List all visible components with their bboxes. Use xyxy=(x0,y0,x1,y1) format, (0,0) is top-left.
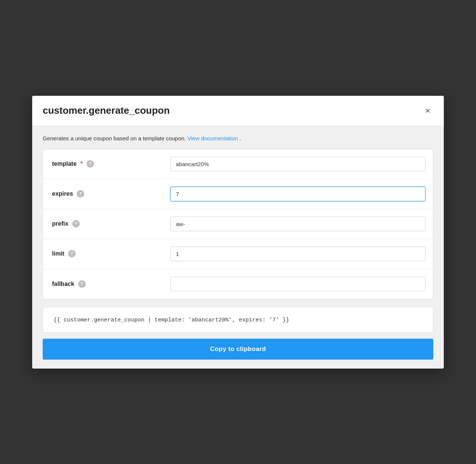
input-cell-template xyxy=(163,151,433,177)
label-fallback: fallback xyxy=(52,281,74,287)
label-template: template xyxy=(52,161,77,167)
input-cell-limit xyxy=(163,241,433,267)
input-cell-fallback xyxy=(163,271,433,297)
help-icon-template[interactable]: ? xyxy=(86,160,94,168)
modal-body: Generates a unique coupon based on a tem… xyxy=(32,126,444,369)
label-cell-limit: limit ? xyxy=(43,244,163,263)
label-prefix: prefix xyxy=(52,220,68,227)
description-text: Generates a unique coupon based on a tem… xyxy=(43,135,433,141)
form-row-fallback: fallback ? xyxy=(43,269,433,299)
modal-overlay: customer.generate_coupon × Generates a u… xyxy=(0,0,476,464)
form-row-prefix: prefix ? xyxy=(43,209,433,239)
input-cell-expires xyxy=(163,181,433,207)
view-documentation-link[interactable]: View documentation xyxy=(187,135,238,141)
label-cell-template: template * ? xyxy=(43,154,163,174)
prefix-input[interactable] xyxy=(170,217,425,231)
limit-input[interactable] xyxy=(170,247,425,261)
close-button[interactable]: × xyxy=(422,105,433,117)
help-icon-limit[interactable]: ? xyxy=(68,250,76,257)
help-icon-fallback[interactable]: ? xyxy=(78,280,86,288)
form-row-template: template * ? xyxy=(43,149,433,179)
label-cell-expires: expires ? xyxy=(43,184,163,204)
help-icon-expires[interactable]: ? xyxy=(77,190,84,198)
modal-title: customer.generate_coupon xyxy=(43,105,170,116)
copy-to-clipboard-button[interactable]: Copy to clipboard xyxy=(43,339,433,360)
label-expires: expires xyxy=(52,190,73,197)
fallback-input[interactable] xyxy=(170,277,425,291)
label-cell-prefix: prefix ? xyxy=(43,214,163,233)
input-cell-prefix xyxy=(163,211,433,237)
required-indicator-template: * xyxy=(80,161,83,167)
label-cell-fallback: fallback ? xyxy=(43,274,163,294)
expires-input[interactable] xyxy=(170,187,425,201)
label-limit: limit xyxy=(52,250,64,257)
modal-header: customer.generate_coupon × xyxy=(32,96,444,126)
form-table: template * ? expires ? xyxy=(43,149,433,299)
code-preview-text: {{ customer.generate_coupon | template: … xyxy=(54,317,289,323)
form-row-limit: limit ? xyxy=(43,239,433,269)
form-row-expires: expires ? xyxy=(43,179,433,209)
template-input[interactable] xyxy=(170,157,425,171)
help-icon-prefix[interactable]: ? xyxy=(72,220,80,228)
description-suffix: . xyxy=(239,135,241,141)
code-preview: {{ customer.generate_coupon | template: … xyxy=(43,307,433,333)
modal-dialog: customer.generate_coupon × Generates a u… xyxy=(32,96,444,369)
description-static: Generates a unique coupon based on a tem… xyxy=(43,135,187,141)
